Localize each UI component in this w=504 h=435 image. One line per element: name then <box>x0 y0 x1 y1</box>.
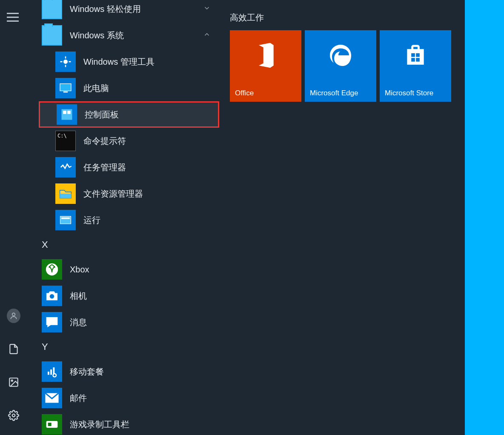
svg-point-0 <box>12 313 15 316</box>
item-label: Windows 管理工具 <box>83 56 155 68</box>
svg-rect-19 <box>411 53 415 57</box>
chevron-up-icon <box>203 31 211 40</box>
chevron-down-icon <box>203 4 211 14</box>
item-mail[interactable]: 邮件 <box>34 385 219 411</box>
item-label: 控制面板 <box>85 109 119 120</box>
item-task-manager[interactable]: 任务管理器 <box>41 154 219 180</box>
left-rail <box>0 0 27 435</box>
svg-point-2 <box>11 380 13 381</box>
svg-point-4 <box>63 60 68 64</box>
item-admin-tools[interactable]: Windows 管理工具 <box>41 49 219 75</box>
section-letter-y[interactable]: Y <box>34 335 219 358</box>
app-list: Windows 轻松使用 Windows 系统 Windows 管理工具 此电脑… <box>34 0 219 435</box>
documents-icon[interactable] <box>7 342 20 356</box>
svg-rect-8 <box>63 111 66 114</box>
user-account-icon[interactable] <box>7 309 20 323</box>
tile-group-header[interactable]: 高效工作 <box>230 12 451 23</box>
item-mobile-plans[interactable]: 移动套餐 <box>34 358 219 385</box>
item-game-bar[interactable]: 游戏录制工具栏 <box>34 411 219 435</box>
svg-point-13 <box>46 263 58 275</box>
hamburger-menu[interactable] <box>7 13 20 23</box>
svg-point-3 <box>12 414 15 417</box>
tile-label: Microsoft Store <box>380 89 451 102</box>
tile-edge[interactable]: Microsoft Edge <box>305 30 376 102</box>
item-file-explorer[interactable]: 文件资源管理器 <box>41 180 219 207</box>
svg-point-14 <box>50 294 54 298</box>
svg-rect-10 <box>60 194 72 198</box>
item-cmd[interactable]: C:\ 命令提示符 <box>41 128 219 154</box>
folder-windows-ease[interactable]: Windows 轻松使用 <box>34 0 219 22</box>
folder-label: Windows 系统 <box>70 30 124 41</box>
item-camera[interactable]: 相机 <box>34 283 219 309</box>
section-letter-x[interactable]: X <box>34 233 219 256</box>
svg-rect-12 <box>61 218 70 219</box>
tile-office[interactable]: Office <box>230 30 301 102</box>
tile-store[interactable]: Microsoft Store <box>380 30 451 102</box>
desktop-background <box>465 0 504 435</box>
item-label: 任务管理器 <box>83 162 126 173</box>
svg-rect-9 <box>67 111 71 114</box>
svg-rect-5 <box>60 84 71 91</box>
item-label: 游戏录制工具栏 <box>70 419 129 430</box>
svg-rect-22 <box>416 58 420 62</box>
item-label: 文件资源管理器 <box>83 188 143 200</box>
item-label: 消息 <box>70 317 87 328</box>
item-control-panel[interactable]: 控制面板 <box>39 101 219 128</box>
item-label: 邮件 <box>70 392 87 404</box>
svg-rect-20 <box>416 53 420 57</box>
item-label: 相机 <box>70 290 87 302</box>
item-xbox[interactable]: Xbox <box>34 256 219 283</box>
tile-label: Microsoft Edge <box>305 89 376 102</box>
pictures-icon[interactable] <box>7 375 20 389</box>
svg-rect-17 <box>46 421 58 428</box>
svg-rect-21 <box>411 58 415 62</box>
settings-icon[interactable] <box>7 409 20 422</box>
item-label: 此电脑 <box>83 83 109 94</box>
folder-label: Windows 轻松使用 <box>70 3 141 15</box>
svg-rect-6 <box>63 92 68 93</box>
item-label: Xbox <box>70 265 89 275</box>
tile-label: Office <box>230 89 301 102</box>
tile-area: 高效工作 Office Microsoft Edge Microsoft Sto… <box>230 12 451 102</box>
item-messaging[interactable]: 消息 <box>34 309 219 335</box>
item-label: 运行 <box>83 215 100 226</box>
item-run[interactable]: 运行 <box>41 207 219 233</box>
folder-windows-system[interactable]: Windows 系统 <box>34 22 219 49</box>
svg-rect-18 <box>48 423 52 426</box>
item-label: 移动套餐 <box>70 366 104 378</box>
item-label: 命令提示符 <box>83 135 126 147</box>
item-this-pc[interactable]: 此电脑 <box>41 75 219 101</box>
